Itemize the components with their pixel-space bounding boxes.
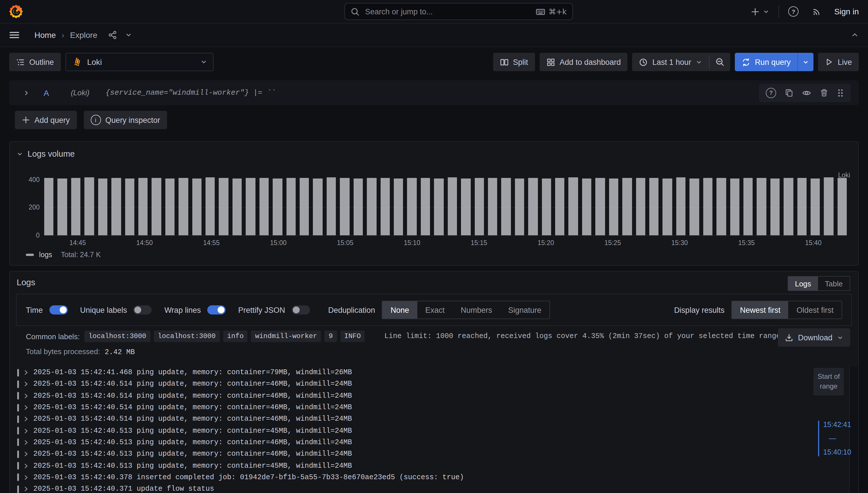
volume-bar[interactable] (582, 178, 592, 235)
volume-bar[interactable] (139, 178, 148, 235)
volume-bar[interactable] (488, 178, 497, 235)
volume-bar[interactable] (636, 178, 645, 235)
drag-handle-icon[interactable] (837, 88, 844, 97)
time-range-button[interactable]: Last 1 hour (632, 53, 709, 71)
volume-bar[interactable] (609, 178, 618, 235)
collapse-chevron-up-icon[interactable] (851, 31, 859, 39)
expand-chevron-icon[interactable] (23, 475, 29, 480)
volume-bar[interactable] (380, 178, 390, 235)
log-row[interactable]: 2025-01-03 15:42:40.371 update flow stat… (10, 483, 849, 493)
volume-bar[interactable] (447, 178, 457, 235)
outline-button[interactable]: Outline (9, 53, 61, 71)
volume-bar[interactable] (716, 178, 726, 235)
query-help-icon[interactable]: ? (766, 87, 776, 98)
query-inspector-button[interactable]: i Query inspector (84, 111, 167, 129)
volume-bar[interactable] (770, 178, 780, 235)
display-oldest-first[interactable]: Oldest first (788, 301, 842, 319)
view-logs[interactable]: Logs (788, 277, 818, 291)
volume-bar[interactable] (152, 178, 161, 235)
news-rss-icon[interactable] (812, 7, 822, 16)
dedup-signature[interactable]: Signature (500, 301, 549, 319)
expand-chevron-icon[interactable] (23, 440, 29, 445)
volume-bar[interactable] (58, 178, 67, 235)
volume-bar[interactable] (434, 178, 443, 235)
log-row[interactable]: 2025-01-03 15:42:40.514 ping update, mem… (10, 413, 849, 425)
expand-chevron-icon[interactable] (23, 451, 29, 457)
expand-chevron-icon[interactable] (23, 405, 29, 410)
log-row[interactable]: 2025-01-03 15:42:40.513 ping update, mem… (10, 437, 849, 449)
expand-chevron-icon[interactable] (23, 463, 29, 469)
split-button[interactable]: Split (493, 53, 535, 71)
volume-bar[interactable] (649, 178, 659, 235)
zoom-out-button[interactable] (710, 53, 730, 71)
expand-chevron-icon[interactable] (23, 416, 29, 422)
volume-bar[interactable] (461, 178, 470, 235)
volume-bar[interactable] (569, 178, 578, 235)
breadcrumb-chevron-down-icon[interactable] (125, 31, 132, 39)
volume-bar[interactable] (703, 178, 713, 235)
volume-bar[interactable] (111, 178, 121, 235)
volume-bar[interactable] (502, 178, 511, 235)
expand-chevron-icon[interactable] (23, 428, 29, 434)
dedup-exact[interactable]: Exact (417, 301, 453, 319)
log-row[interactable]: 2025-01-03 15:42:40.513 ping update, mem… (10, 460, 849, 472)
copy-icon[interactable] (785, 88, 793, 97)
volume-bar[interactable] (824, 178, 833, 235)
volume-bar[interactable] (515, 178, 524, 235)
toggle-wrap-lines[interactable] (207, 305, 226, 315)
legend-series-name[interactable]: logs (39, 251, 52, 259)
search-box[interactable]: ⌘+k (344, 3, 573, 20)
live-button[interactable]: Live (818, 53, 859, 71)
log-row[interactable]: 2025-01-03 15:42:41.468 ping update, mem… (10, 367, 849, 379)
breadcrumb-home[interactable]: Home (35, 30, 56, 40)
add-query-button[interactable]: Add query (15, 111, 77, 129)
volume-bar[interactable] (178, 178, 188, 235)
volume-bar[interactable] (44, 178, 54, 235)
download-button[interactable]: Download (778, 328, 850, 347)
logs-volume-header[interactable]: Logs volume (17, 149, 75, 158)
volume-bar[interactable] (622, 178, 632, 235)
grafana-logo-icon[interactable] (8, 4, 23, 19)
add-to-dashboard-button[interactable]: Add to dashboard (539, 53, 628, 71)
volume-bar[interactable] (300, 178, 309, 235)
volume-bar[interactable] (596, 178, 605, 235)
search-input[interactable] (364, 6, 531, 16)
volume-bar[interactable] (663, 178, 672, 235)
log-row[interactable]: 2025-01-03 15:42:40.514 ping update, mem… (10, 402, 849, 413)
volume-bar[interactable] (273, 178, 282, 235)
toggle-unique-labels[interactable] (133, 305, 152, 315)
volume-bar[interactable] (474, 178, 484, 235)
expand-chevron-icon[interactable] (23, 486, 29, 492)
run-query-button[interactable]: Run query (735, 53, 798, 71)
volume-bar[interactable] (206, 178, 215, 235)
volume-bar[interactable] (367, 178, 376, 235)
expand-chevron-icon[interactable] (23, 381, 29, 387)
volume-bar[interactable] (784, 178, 793, 235)
view-table[interactable]: Table (818, 277, 850, 291)
query-expression[interactable]: {service_name="windmill-worker"} |= `` (106, 88, 276, 97)
expand-chevron-icon[interactable] (23, 370, 29, 376)
volume-bar[interactable] (192, 178, 202, 235)
toggle-time[interactable] (49, 305, 67, 315)
dedup-numbers[interactable]: Numbers (453, 301, 500, 319)
volume-bar[interactable] (246, 178, 255, 235)
volume-bar[interactable] (797, 178, 807, 235)
datasource-picker[interactable]: Loki (65, 53, 214, 71)
volume-bar[interactable] (71, 178, 81, 235)
eye-icon[interactable] (802, 88, 811, 97)
volume-bar[interactable] (125, 178, 134, 235)
volume-bar[interactable] (85, 177, 94, 235)
volume-bar[interactable] (743, 178, 753, 235)
menu-toggle-icon[interactable] (9, 30, 20, 40)
volume-bar[interactable] (555, 178, 565, 235)
log-row[interactable]: 2025-01-03 15:42:40.513 ping update, mem… (10, 448, 849, 460)
dedup-none[interactable]: None (383, 301, 417, 319)
volume-bar[interactable] (327, 177, 336, 235)
volume-bar[interactable] (730, 178, 739, 235)
volume-bar[interactable] (542, 178, 551, 235)
volume-bar[interactable] (394, 178, 403, 235)
help-button[interactable]: ? (788, 6, 799, 17)
toggle-prettify-json[interactable] (291, 305, 310, 315)
sign-in-button[interactable]: Sign in (834, 7, 859, 16)
volume-bar[interactable] (407, 178, 417, 235)
